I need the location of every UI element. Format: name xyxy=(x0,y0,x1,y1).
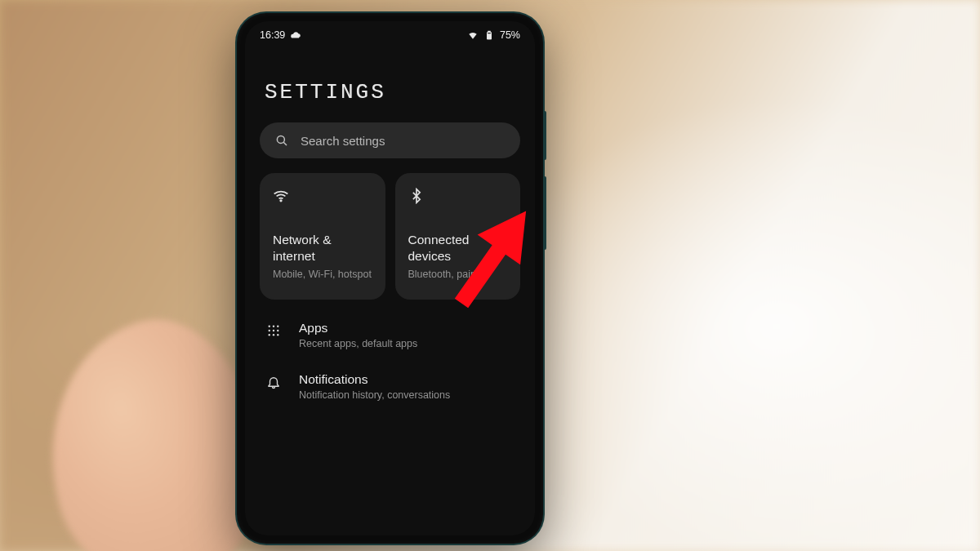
bell-icon xyxy=(266,375,281,389)
status-time: 16:39 xyxy=(260,29,285,41)
list-item-title: Notifications xyxy=(299,372,450,387)
svg-rect-1 xyxy=(488,34,492,39)
svg-line-4 xyxy=(283,142,287,145)
list-item-apps[interactable]: Apps Recent apps, default apps xyxy=(245,309,535,361)
svg-point-12 xyxy=(269,334,270,335)
list-item-subtitle: Recent apps, default apps xyxy=(299,338,417,349)
svg-point-9 xyxy=(269,330,270,331)
wifi-icon xyxy=(273,188,289,204)
phone-side-button xyxy=(543,176,546,250)
phone-frame: 16:39 75% SETTINGS Search settings Netwo… xyxy=(237,13,543,544)
card-connected-devices[interactable]: Connected devices Bluetooth, pairing xyxy=(395,173,521,300)
svg-point-6 xyxy=(269,326,270,327)
list-item-subtitle: Notification history, conversations xyxy=(299,389,450,401)
battery-percent: 75% xyxy=(500,29,520,41)
svg-rect-2 xyxy=(488,31,490,32)
card-network-internet[interactable]: Network & internet Mobile, Wi-Fi, hotspo… xyxy=(260,173,385,300)
card-title: Network & internet xyxy=(273,232,372,264)
list-item-notifications[interactable]: Notifications Notification history, conv… xyxy=(245,361,535,412)
phone-side-button xyxy=(543,111,546,160)
svg-point-5 xyxy=(280,200,282,202)
search-settings-input[interactable]: Search settings xyxy=(260,122,520,158)
svg-point-10 xyxy=(273,330,274,331)
settings-header: SETTINGS xyxy=(245,46,535,122)
apps-icon xyxy=(266,323,281,338)
battery-icon xyxy=(483,29,495,41)
svg-point-13 xyxy=(273,334,274,335)
search-icon xyxy=(274,133,289,148)
list-item-title: Apps xyxy=(299,321,417,335)
svg-point-7 xyxy=(273,326,274,327)
svg-point-8 xyxy=(277,326,278,327)
search-placeholder: Search settings xyxy=(301,134,385,148)
status-bar: 16:39 75% xyxy=(245,21,535,46)
bluetooth-icon xyxy=(408,188,425,204)
svg-point-14 xyxy=(277,334,278,335)
settings-card-row: Network & internet Mobile, Wi-Fi, hotspo… xyxy=(245,158,535,309)
card-subtitle: Mobile, Wi-Fi, hotspot xyxy=(273,269,372,280)
page-title: SETTINGS xyxy=(265,80,515,104)
svg-point-3 xyxy=(277,136,284,143)
phone-screen: 16:39 75% SETTINGS Search settings Netwo… xyxy=(245,21,535,535)
wifi-status-icon xyxy=(467,29,479,41)
svg-point-11 xyxy=(277,330,278,331)
card-subtitle: Bluetooth, pairing xyxy=(408,269,508,280)
card-title: Connected devices xyxy=(408,232,508,264)
cloud-icon xyxy=(290,29,301,41)
